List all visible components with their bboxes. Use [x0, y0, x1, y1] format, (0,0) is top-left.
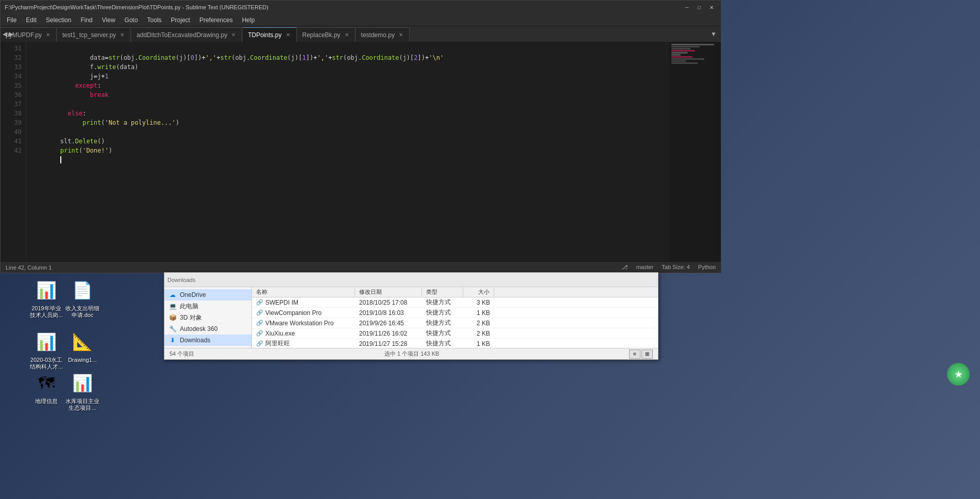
- desktop-icon-drawing[interactable]: 📐 Drawing1...: [62, 327, 103, 366]
- file-name-swepdi: SWEPDI IM: [265, 299, 298, 306]
- line-num-34: 34: [1, 72, 26, 81]
- line-num-40: 40: [1, 127, 26, 137]
- code-line-40: slt.Delete(): [30, 127, 665, 137]
- sidebar-label-3dobjects: 3D 对象: [180, 313, 202, 322]
- menu-goto[interactable]: Goto: [121, 15, 142, 25]
- code-content[interactable]: data=str(obj.Coordinate(j)[0])+','+str(o…: [26, 42, 669, 261]
- tab-close-tdpoints[interactable]: ✕: [285, 31, 291, 38]
- file-row-xiuxiu[interactable]: 🔗XiuXiu.exe 2019/11/26 16:02 快捷方式 2 KB: [252, 328, 658, 339]
- file-type-xiuxiu: 快捷方式: [422, 328, 463, 339]
- menu-selection[interactable]: Selection: [42, 15, 75, 25]
- onedrive-icon: ☁: [168, 291, 177, 299]
- tab-replacebk[interactable]: ReplaceBk.py ✕: [297, 27, 356, 42]
- menu-project[interactable]: Project: [167, 15, 194, 25]
- thispc-icon: 💻: [168, 302, 177, 310]
- tab-close-addditch[interactable]: ✕: [230, 31, 236, 38]
- explorer-nav: Downloads: [164, 273, 658, 287]
- status-left: Line 42, Column 1: [6, 264, 52, 271]
- mini-line: [671, 62, 698, 64]
- menu-help[interactable]: Help: [238, 15, 259, 25]
- mini-line: [671, 54, 681, 56]
- maximize-button[interactable]: □: [694, 3, 704, 11]
- line-num-35: 35: [1, 81, 26, 90]
- autodesk-icon: 🔧: [168, 325, 177, 333]
- sidebar-onedrive[interactable]: ☁ OneDrive: [164, 289, 251, 301]
- sidebar-thispc[interactable]: 💻 此电脑: [164, 301, 251, 312]
- file-date-swepdi: 2018/10/25 17:08: [355, 298, 422, 307]
- desktop-icon-income[interactable]: 📄 收入支出明细申请.doc: [62, 276, 103, 321]
- menu-file[interactable]: File: [3, 15, 21, 25]
- view-buttons: ≡ ⊞: [629, 350, 653, 359]
- line-num-36: 36: [1, 90, 26, 99]
- file-row-aliwang[interactable]: 🔗阿里旺旺 2019/11/27 15:28 快捷方式 1 KB: [252, 339, 658, 348]
- sidebar-label-onedrive: OneDrive: [180, 291, 206, 298]
- desktop-icon-shuiku[interactable]: 📊 水库项目主业生态项目...: [62, 369, 103, 414]
- tab-close-test1[interactable]: ✕: [119, 31, 125, 38]
- mini-line: [671, 52, 688, 54]
- mini-line: [671, 56, 692, 58]
- line-numbers: 31 32 33 34 35 36 37 38 39 40 41 42: [1, 42, 26, 261]
- tab-close-replacebk[interactable]: ✕: [344, 31, 350, 38]
- menu-preferences[interactable]: Preferences: [195, 15, 237, 25]
- mini-line: [671, 50, 695, 52]
- status-branch: master: [636, 264, 654, 271]
- close-button[interactable]: ✕: [706, 3, 717, 11]
- circle-icon-content: ★: [955, 370, 962, 379]
- tab-nav-arrows[interactable]: ◀ ▶: [1, 26, 15, 42]
- tab-tdpoints[interactable]: TDPoints.py ✕: [243, 27, 296, 42]
- tab-addditch[interactable]: addDitchToExcavatedDrawing.py ✕: [131, 27, 242, 42]
- minimize-button[interactable]: ─: [682, 3, 692, 11]
- tab-test1[interactable]: test1_tcp_server.py ✕: [57, 27, 131, 42]
- col-header-size: 大小: [463, 287, 494, 297]
- desktop-icon-geo[interactable]: 🗺 地理信息: [26, 369, 67, 407]
- file-size-xiuxiu: 2 KB: [463, 329, 494, 338]
- file-size-aliwang: 1 KB: [463, 339, 494, 348]
- menu-find[interactable]: Find: [76, 15, 96, 25]
- status-right: ⎇ master Tab Size: 4 Python: [621, 264, 716, 271]
- file-icon-aliwang: 🔗: [256, 340, 263, 347]
- tab-bar: ◀ ▶ pyMUPDF.py ✕ test1_tcp_server.py ✕ a…: [1, 26, 721, 42]
- sidebar-label-downloads: Downloads: [180, 337, 210, 344]
- file-date-aliwang: 2019/11/27 15:28: [355, 339, 422, 348]
- desktop-icon-2020water[interactable]: 📊 2020-03水工结构科人才...: [26, 327, 67, 373]
- file-type-vmware: 快捷方式: [422, 318, 463, 328]
- menu-edit[interactable]: Edit: [22, 15, 41, 25]
- file-row-swepdi[interactable]: 🔗SWEPDI IM 2018/10/25 17:08 快捷方式 3 KB: [252, 297, 658, 308]
- tab-dropdown[interactable]: ▼: [706, 26, 721, 42]
- downloads-icon: ⬇: [168, 336, 177, 344]
- explorer-item-count: 54 个项目: [170, 350, 194, 358]
- file-icon-viewcompanion: 🔗: [256, 309, 263, 317]
- tab-label-test1: test1_tcp_server.py: [62, 31, 116, 39]
- sidebar-label-autodesk: Autodesk 360: [180, 325, 217, 332]
- explorer-sidebar: ☁ OneDrive 💻 此电脑 📦 3D 对象 🔧 Autodesk 360 …: [164, 287, 252, 348]
- file-icon-xiuxiu: 🔗: [256, 330, 263, 337]
- sidebar-3dobjects[interactable]: 📦 3D 对象: [164, 312, 251, 323]
- sidebar-label-thispc: 此电脑: [180, 302, 198, 311]
- mini-line: [671, 48, 690, 49]
- icon-label-geo: 地理信息: [34, 397, 59, 405]
- line-num-39: 39: [1, 118, 26, 127]
- file-row-vmware[interactable]: 🔗VMware Workstation Pro 2019/9/26 16:45 …: [252, 318, 658, 328]
- circle-notification-icon[interactable]: ★: [947, 363, 970, 386]
- mini-line: [671, 44, 714, 45]
- tab-close-pymupdf[interactable]: ✕: [45, 31, 51, 38]
- menu-view[interactable]: View: [98, 15, 120, 25]
- tab-close-testdemo[interactable]: ✕: [398, 31, 404, 38]
- explorer-selected-info: 选中 1 个项目 143 KB: [384, 350, 439, 358]
- sidebar-autodesk[interactable]: 🔧 Autodesk 360: [164, 323, 251, 335]
- desktop-icon-2019biye[interactable]: 📊 2019年毕业技术人员岗...: [26, 276, 67, 321]
- view-detail-button[interactable]: ≡: [629, 350, 640, 359]
- view-tile-button[interactable]: ⊞: [641, 350, 653, 359]
- menu-tools[interactable]: Tools: [143, 15, 166, 25]
- col-header-date: 修改日期: [355, 287, 422, 297]
- sidebar-downloads[interactable]: ⬇ Downloads: [164, 335, 251, 346]
- tab-testdemo[interactable]: testdemo.py ✕: [356, 27, 410, 42]
- mini-line: [671, 60, 686, 62]
- icon-label-shuiku: 水库项目主业生态项目...: [64, 397, 100, 412]
- file-date-vmware: 2019/9/26 16:45: [355, 319, 422, 328]
- file-row-viewcompanion[interactable]: 🔗ViewCompanion Pro 2019/10/8 16:03 快捷方式 …: [252, 308, 658, 318]
- code-line-38: print('Not a polyline...'): [30, 109, 665, 118]
- tab-label-tdpoints: TDPoints.py: [248, 31, 281, 39]
- editor-area[interactable]: 31 32 33 34 35 36 37 38 39 40 41 42 data…: [1, 42, 721, 261]
- code-line-42: [30, 146, 665, 155]
